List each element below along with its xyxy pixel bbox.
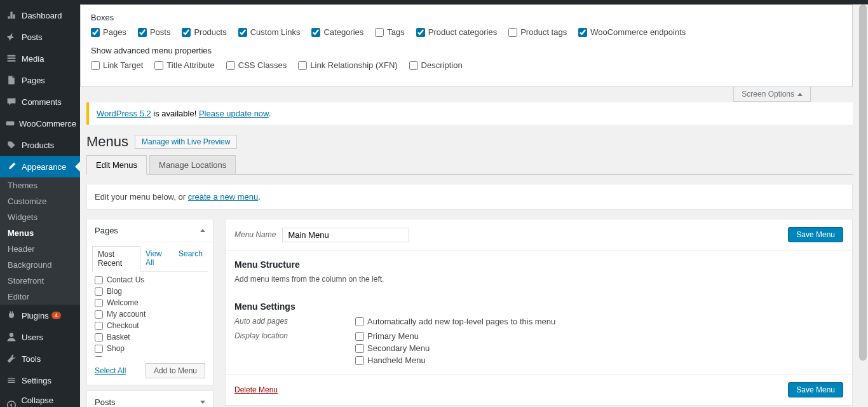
submenu-customize[interactable]: Customize xyxy=(0,193,80,209)
menu-structure-title: Menu Structure xyxy=(234,259,843,270)
checkbox-posts[interactable]: Posts xyxy=(138,27,171,37)
page-item[interactable]: Welcome xyxy=(92,297,208,308)
update-notice: WordPress 5.2 is available! Please updat… xyxy=(86,102,853,125)
checkbox-tags[interactable]: Tags xyxy=(375,27,404,37)
user-icon xyxy=(5,331,18,343)
menu-name-label: Menu Name xyxy=(234,230,276,239)
auto-add-checkbox[interactable]: Automatically add new top-level pages to… xyxy=(355,317,555,326)
sidebar-item-settings[interactable]: Settings xyxy=(0,369,80,391)
menu-name-input[interactable] xyxy=(282,228,409,242)
checkbox-woocommerce-endpoints[interactable]: WooCommerce endpoints xyxy=(578,27,686,37)
checkbox-link-target[interactable]: Link Target xyxy=(91,60,143,70)
checkbox-custom-links[interactable]: Custom Links xyxy=(238,27,301,37)
settings-icon xyxy=(5,374,18,387)
chevron-down-icon xyxy=(200,401,205,404)
mini-tab-most-recent[interactable]: Most Recent xyxy=(92,246,140,272)
mini-tab-search[interactable]: Search xyxy=(173,246,208,271)
tab-edit-menus[interactable]: Edit Menus xyxy=(86,155,147,175)
tab-manage-locations[interactable]: Manage Locations xyxy=(149,155,236,175)
menu-settings-title: Menu Settings xyxy=(234,301,843,312)
pin-icon xyxy=(5,31,18,43)
mini-tab-view-all[interactable]: View All xyxy=(140,246,173,271)
sidebar-item-collapse-menu[interactable]: Collapse menu xyxy=(0,391,80,407)
checkbox-products[interactable]: Products xyxy=(182,27,226,37)
checkbox-description[interactable]: Description xyxy=(409,60,463,70)
submenu-widgets[interactable]: Widgets xyxy=(0,209,80,225)
page-list[interactable]: Contact UsBlogWelcomeMy accountCheckoutB… xyxy=(92,274,208,357)
product-icon xyxy=(5,139,18,151)
page-item[interactable]: Contact Us xyxy=(92,274,208,286)
page-item[interactable]: Checkout xyxy=(92,320,208,331)
page-item[interactable]: My account xyxy=(92,308,208,320)
submenu-header[interactable]: Header xyxy=(0,241,80,257)
media-icon xyxy=(5,52,18,65)
submenu-storefront[interactable]: Storefront xyxy=(0,273,80,289)
live-preview-button[interactable]: Manage with Live Preview xyxy=(135,135,237,149)
sidebar-item-plugins[interactable]: Plugins4 xyxy=(0,305,80,326)
checkbox-title-attribute[interactable]: Title Attribute xyxy=(154,60,214,70)
checkbox-categories[interactable]: Categories xyxy=(311,27,363,37)
badge: 4 xyxy=(51,312,61,319)
wordpress-version-link[interactable]: WordPress 5.2 xyxy=(97,109,151,118)
page-item[interactable]: Shop xyxy=(92,343,208,354)
add-to-menu-button[interactable]: Add to Menu xyxy=(146,363,205,378)
menu-editor: Menu Name Save Menu Menu Structure Add m… xyxy=(225,219,853,406)
sidebar-item-appearance[interactable]: Appearance xyxy=(0,156,80,177)
posts-accordion: Posts xyxy=(86,390,214,407)
checkbox-css-classes[interactable]: CSS Classes xyxy=(226,60,287,70)
sidebar-item-woocommerce[interactable]: WooCommerce xyxy=(0,113,80,134)
location-primary-menu[interactable]: Primary Menu xyxy=(355,331,430,341)
save-menu-button-top[interactable]: Save Menu xyxy=(788,227,843,242)
submenu-menus[interactable]: Menus xyxy=(0,225,80,241)
chevron-up-icon xyxy=(200,229,205,232)
submenu-editor[interactable]: Editor xyxy=(0,289,80,305)
display-location-label: Display location xyxy=(234,331,355,340)
sidebar-item-products[interactable]: Products xyxy=(0,134,80,156)
sidebar-item-media[interactable]: Media xyxy=(0,48,80,69)
brush-icon xyxy=(5,160,18,173)
sidebar-item-posts[interactable]: Posts xyxy=(0,26,80,48)
screen-options-panel: Boxes PagesPostsProductsCustom LinksCate… xyxy=(80,4,853,87)
sidebar-item-tools[interactable]: Tools xyxy=(0,348,80,369)
checkbox-pages[interactable]: Pages xyxy=(91,27,126,37)
select-all-link[interactable]: Select All xyxy=(95,366,126,375)
page-title: Menus xyxy=(86,134,128,150)
page-item[interactable]: Sample Page xyxy=(92,354,208,357)
page-item[interactable]: Basket xyxy=(92,331,208,343)
checkbox-link-relationship-(xfn)[interactable]: Link Relationship (XFN) xyxy=(298,60,397,70)
page-item[interactable]: Blog xyxy=(92,286,208,297)
submenu-background[interactable]: Background xyxy=(0,257,80,273)
location-secondary-menu[interactable]: Secondary Menu xyxy=(355,343,430,353)
scrollbar[interactable] xyxy=(858,4,868,407)
auto-add-label: Auto add pages xyxy=(234,317,355,326)
screen-options-toggle[interactable]: Screen Options xyxy=(733,87,811,102)
update-now-link[interactable]: Please update now xyxy=(199,109,269,118)
plug-icon xyxy=(5,309,18,322)
comment-icon xyxy=(5,95,18,108)
pages-icon xyxy=(5,74,18,86)
menu-structure-hint: Add menu items from the column on the le… xyxy=(234,275,843,284)
pages-accordion-header[interactable]: Pages xyxy=(87,219,213,242)
sidebar-item-dashboard[interactable]: Dashboard xyxy=(0,4,80,26)
pages-accordion: Pages Most RecentView AllSearch Contact … xyxy=(86,219,214,385)
checkbox-product-tags[interactable]: Product tags xyxy=(508,27,567,37)
edit-hint: Edit your menu below, or create a new me… xyxy=(86,184,853,210)
advanced-title: Show advanced menu properties xyxy=(91,46,842,55)
admin-sidebar: DashboardPostsMediaPagesCommentsWooComme… xyxy=(0,4,80,407)
boxes-title: Boxes xyxy=(91,13,842,22)
dashboard-icon xyxy=(5,9,18,22)
save-menu-button-bottom[interactable]: Save Menu xyxy=(788,382,843,397)
sidebar-item-users[interactable]: Users xyxy=(0,326,80,348)
woo-icon xyxy=(5,117,15,130)
chevron-up-icon xyxy=(797,93,803,96)
checkbox-product-categories[interactable]: Product categories xyxy=(416,27,497,37)
collapse-icon xyxy=(5,399,17,407)
posts-accordion-header[interactable]: Posts xyxy=(87,391,213,407)
submenu-themes[interactable]: Themes xyxy=(0,177,80,193)
create-menu-link[interactable]: create a new menu xyxy=(188,192,259,202)
svg-point-1 xyxy=(10,333,13,337)
sidebar-item-pages[interactable]: Pages xyxy=(0,69,80,91)
sidebar-item-comments[interactable]: Comments xyxy=(0,91,80,113)
location-handheld-menu[interactable]: Handheld Menu xyxy=(355,355,430,365)
delete-menu-link[interactable]: Delete Menu xyxy=(234,385,278,394)
